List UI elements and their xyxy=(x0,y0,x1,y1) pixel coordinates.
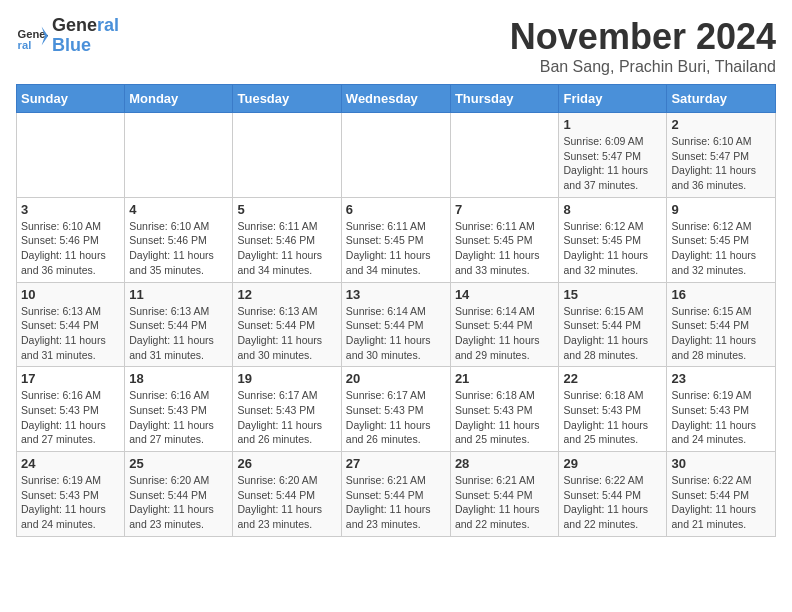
page-header: Gene- ral General Blue November 2024 Ban… xyxy=(16,16,776,76)
day-number: 6 xyxy=(346,202,446,217)
day-info: Sunrise: 6:16 AM Sunset: 5:43 PM Dayligh… xyxy=(129,388,228,447)
day-info: Sunrise: 6:13 AM Sunset: 5:44 PM Dayligh… xyxy=(21,304,120,363)
day-info: Sunrise: 6:17 AM Sunset: 5:43 PM Dayligh… xyxy=(237,388,336,447)
weekday-header-tuesday: Tuesday xyxy=(233,85,341,113)
weekday-header-row: SundayMondayTuesdayWednesdayThursdayFrid… xyxy=(17,85,776,113)
day-info: Sunrise: 6:12 AM Sunset: 5:45 PM Dayligh… xyxy=(563,219,662,278)
day-number: 16 xyxy=(671,287,771,302)
day-info: Sunrise: 6:14 AM Sunset: 5:44 PM Dayligh… xyxy=(346,304,446,363)
calendar-cell: 29Sunrise: 6:22 AM Sunset: 5:44 PM Dayli… xyxy=(559,452,667,537)
day-info: Sunrise: 6:11 AM Sunset: 5:45 PM Dayligh… xyxy=(346,219,446,278)
calendar-cell: 14Sunrise: 6:14 AM Sunset: 5:44 PM Dayli… xyxy=(450,282,559,367)
calendar-cell: 10Sunrise: 6:13 AM Sunset: 5:44 PM Dayli… xyxy=(17,282,125,367)
day-info: Sunrise: 6:09 AM Sunset: 5:47 PM Dayligh… xyxy=(563,134,662,193)
day-number: 7 xyxy=(455,202,555,217)
calendar-cell: 11Sunrise: 6:13 AM Sunset: 5:44 PM Dayli… xyxy=(125,282,233,367)
calendar-cell xyxy=(17,113,125,198)
calendar-cell: 19Sunrise: 6:17 AM Sunset: 5:43 PM Dayli… xyxy=(233,367,341,452)
day-number: 19 xyxy=(237,371,336,386)
calendar-cell: 23Sunrise: 6:19 AM Sunset: 5:43 PM Dayli… xyxy=(667,367,776,452)
day-info: Sunrise: 6:22 AM Sunset: 5:44 PM Dayligh… xyxy=(671,473,771,532)
day-number: 30 xyxy=(671,456,771,471)
calendar-cell: 8Sunrise: 6:12 AM Sunset: 5:45 PM Daylig… xyxy=(559,197,667,282)
week-row-1: 3Sunrise: 6:10 AM Sunset: 5:46 PM Daylig… xyxy=(17,197,776,282)
calendar-cell xyxy=(450,113,559,198)
day-info: Sunrise: 6:12 AM Sunset: 5:45 PM Dayligh… xyxy=(671,219,771,278)
day-info: Sunrise: 6:15 AM Sunset: 5:44 PM Dayligh… xyxy=(563,304,662,363)
day-info: Sunrise: 6:18 AM Sunset: 5:43 PM Dayligh… xyxy=(563,388,662,447)
day-number: 27 xyxy=(346,456,446,471)
day-info: Sunrise: 6:11 AM Sunset: 5:46 PM Dayligh… xyxy=(237,219,336,278)
calendar-cell: 24Sunrise: 6:19 AM Sunset: 5:43 PM Dayli… xyxy=(17,452,125,537)
calendar-cell: 7Sunrise: 6:11 AM Sunset: 5:45 PM Daylig… xyxy=(450,197,559,282)
logo-icon: Gene- ral xyxy=(16,20,48,52)
weekday-header-sunday: Sunday xyxy=(17,85,125,113)
calendar-cell: 1Sunrise: 6:09 AM Sunset: 5:47 PM Daylig… xyxy=(559,113,667,198)
calendar-cell: 3Sunrise: 6:10 AM Sunset: 5:46 PM Daylig… xyxy=(17,197,125,282)
day-number: 10 xyxy=(21,287,120,302)
calendar-cell xyxy=(125,113,233,198)
day-info: Sunrise: 6:19 AM Sunset: 5:43 PM Dayligh… xyxy=(671,388,771,447)
calendar-cell: 17Sunrise: 6:16 AM Sunset: 5:43 PM Dayli… xyxy=(17,367,125,452)
weekday-header-wednesday: Wednesday xyxy=(341,85,450,113)
day-info: Sunrise: 6:21 AM Sunset: 5:44 PM Dayligh… xyxy=(346,473,446,532)
calendar-cell: 12Sunrise: 6:13 AM Sunset: 5:44 PM Dayli… xyxy=(233,282,341,367)
calendar-cell: 6Sunrise: 6:11 AM Sunset: 5:45 PM Daylig… xyxy=(341,197,450,282)
day-info: Sunrise: 6:11 AM Sunset: 5:45 PM Dayligh… xyxy=(455,219,555,278)
week-row-2: 10Sunrise: 6:13 AM Sunset: 5:44 PM Dayli… xyxy=(17,282,776,367)
day-number: 14 xyxy=(455,287,555,302)
day-number: 25 xyxy=(129,456,228,471)
day-info: Sunrise: 6:16 AM Sunset: 5:43 PM Dayligh… xyxy=(21,388,120,447)
week-row-0: 1Sunrise: 6:09 AM Sunset: 5:47 PM Daylig… xyxy=(17,113,776,198)
day-number: 9 xyxy=(671,202,771,217)
day-info: Sunrise: 6:10 AM Sunset: 5:46 PM Dayligh… xyxy=(129,219,228,278)
calendar-cell: 26Sunrise: 6:20 AM Sunset: 5:44 PM Dayli… xyxy=(233,452,341,537)
day-number: 4 xyxy=(129,202,228,217)
day-info: Sunrise: 6:20 AM Sunset: 5:44 PM Dayligh… xyxy=(129,473,228,532)
calendar-cell: 28Sunrise: 6:21 AM Sunset: 5:44 PM Dayli… xyxy=(450,452,559,537)
day-info: Sunrise: 6:17 AM Sunset: 5:43 PM Dayligh… xyxy=(346,388,446,447)
calendar-cell: 5Sunrise: 6:11 AM Sunset: 5:46 PM Daylig… xyxy=(233,197,341,282)
day-number: 20 xyxy=(346,371,446,386)
calendar-cell: 18Sunrise: 6:16 AM Sunset: 5:43 PM Dayli… xyxy=(125,367,233,452)
day-number: 21 xyxy=(455,371,555,386)
day-info: Sunrise: 6:21 AM Sunset: 5:44 PM Dayligh… xyxy=(455,473,555,532)
day-info: Sunrise: 6:15 AM Sunset: 5:44 PM Dayligh… xyxy=(671,304,771,363)
day-info: Sunrise: 6:19 AM Sunset: 5:43 PM Dayligh… xyxy=(21,473,120,532)
weekday-header-thursday: Thursday xyxy=(450,85,559,113)
calendar-cell: 13Sunrise: 6:14 AM Sunset: 5:44 PM Dayli… xyxy=(341,282,450,367)
calendar-cell: 21Sunrise: 6:18 AM Sunset: 5:43 PM Dayli… xyxy=(450,367,559,452)
day-number: 26 xyxy=(237,456,336,471)
logo-text-line2: Blue xyxy=(52,36,119,56)
calendar-table: SundayMondayTuesdayWednesdayThursdayFrid… xyxy=(16,84,776,537)
day-info: Sunrise: 6:13 AM Sunset: 5:44 PM Dayligh… xyxy=(129,304,228,363)
calendar-cell xyxy=(233,113,341,198)
calendar-cell: 27Sunrise: 6:21 AM Sunset: 5:44 PM Dayli… xyxy=(341,452,450,537)
month-title: November 2024 xyxy=(510,16,776,58)
calendar-cell: 20Sunrise: 6:17 AM Sunset: 5:43 PM Dayli… xyxy=(341,367,450,452)
day-number: 1 xyxy=(563,117,662,132)
day-info: Sunrise: 6:10 AM Sunset: 5:47 PM Dayligh… xyxy=(671,134,771,193)
week-row-4: 24Sunrise: 6:19 AM Sunset: 5:43 PM Dayli… xyxy=(17,452,776,537)
day-number: 28 xyxy=(455,456,555,471)
day-number: 22 xyxy=(563,371,662,386)
day-number: 24 xyxy=(21,456,120,471)
calendar-cell: 9Sunrise: 6:12 AM Sunset: 5:45 PM Daylig… xyxy=(667,197,776,282)
calendar-cell xyxy=(341,113,450,198)
calendar-cell: 16Sunrise: 6:15 AM Sunset: 5:44 PM Dayli… xyxy=(667,282,776,367)
logo-text-line1: General xyxy=(52,16,119,36)
day-number: 8 xyxy=(563,202,662,217)
day-number: 5 xyxy=(237,202,336,217)
day-info: Sunrise: 6:13 AM Sunset: 5:44 PM Dayligh… xyxy=(237,304,336,363)
day-info: Sunrise: 6:14 AM Sunset: 5:44 PM Dayligh… xyxy=(455,304,555,363)
day-number: 3 xyxy=(21,202,120,217)
title-section: November 2024 Ban Sang, Prachin Buri, Th… xyxy=(510,16,776,76)
weekday-header-friday: Friday xyxy=(559,85,667,113)
day-number: 11 xyxy=(129,287,228,302)
svg-text:ral: ral xyxy=(18,39,32,51)
calendar-cell: 15Sunrise: 6:15 AM Sunset: 5:44 PM Dayli… xyxy=(559,282,667,367)
day-number: 23 xyxy=(671,371,771,386)
calendar-cell: 2Sunrise: 6:10 AM Sunset: 5:47 PM Daylig… xyxy=(667,113,776,198)
day-number: 12 xyxy=(237,287,336,302)
day-info: Sunrise: 6:22 AM Sunset: 5:44 PM Dayligh… xyxy=(563,473,662,532)
